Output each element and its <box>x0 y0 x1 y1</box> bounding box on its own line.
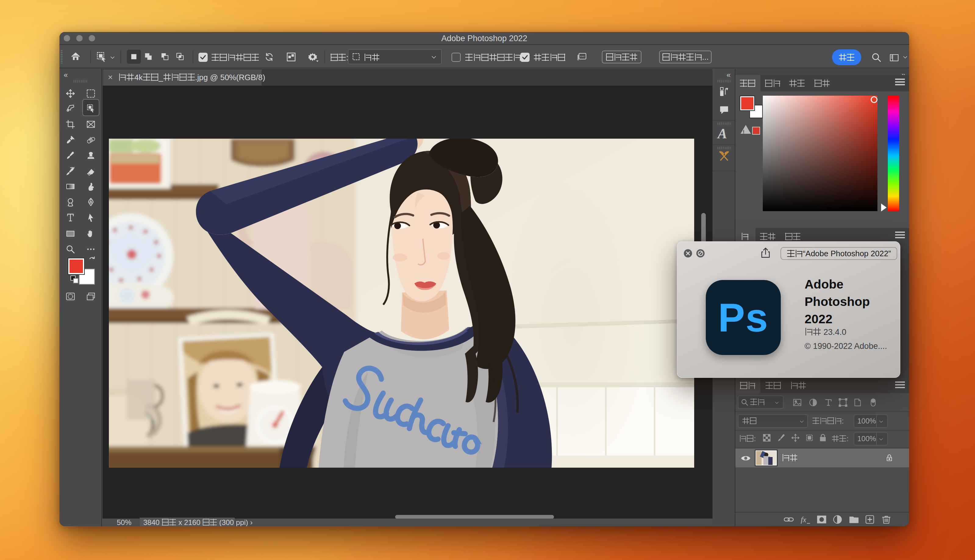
svg-text:fx: fx <box>801 515 806 524</box>
